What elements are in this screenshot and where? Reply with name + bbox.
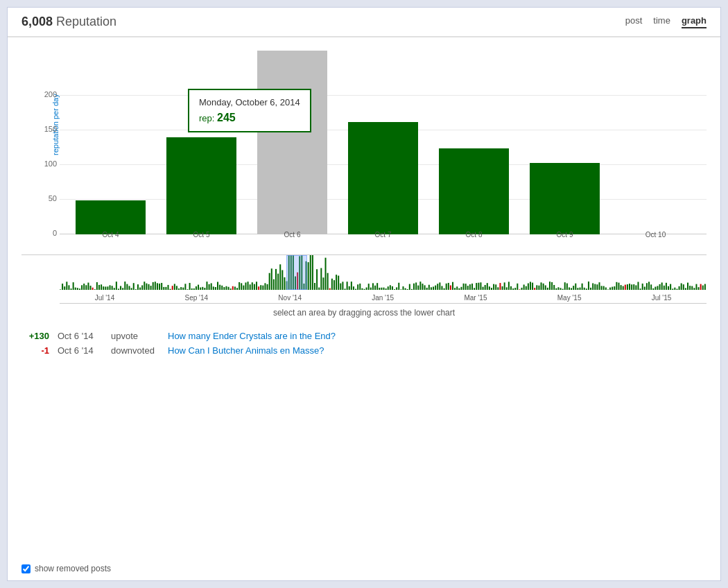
- bar-group[interactable]: [430, 47, 518, 234]
- mini-chart-inner: Jul '14Sep '14Nov '14Jan '15Mar '15May '…: [60, 255, 707, 303]
- nav-post[interactable]: post: [625, 15, 643, 28]
- bars-area: [60, 47, 707, 234]
- chart-wrapper: reputation per day 0 50 100: [60, 47, 707, 255]
- x-label: Oct 8: [430, 231, 518, 252]
- bar[interactable]: [166, 137, 237, 234]
- header-nav: post time graph: [625, 15, 707, 28]
- bar[interactable]: [348, 122, 419, 234]
- bar-group[interactable]: [612, 47, 700, 234]
- mini-x-label: Sep '14: [184, 294, 208, 302]
- reputation-label: Reputation: [56, 15, 116, 28]
- bar[interactable]: [257, 51, 328, 234]
- mini-x-label: May '15: [557, 294, 582, 302]
- mini-x-label: Mar '15: [464, 294, 487, 302]
- rep-date: Oct 6 '14: [58, 345, 103, 356]
- show-removed-posts-checkbox[interactable]: [21, 564, 31, 573]
- mini-selection: [286, 255, 307, 290]
- drag-hint: select an area by dragging across the lo…: [8, 304, 720, 322]
- bar-group[interactable]: [248, 47, 336, 234]
- mini-x-labels: Jul '14Sep '14Nov '14Jan '15Mar '15May '…: [60, 294, 707, 302]
- rep-type: downvoted: [111, 345, 159, 356]
- x-label: Oct 6: [248, 231, 336, 252]
- page-title: 6,008 Reputation: [21, 15, 116, 29]
- mini-x-label: Jan '15: [372, 294, 394, 302]
- x-label: Oct 4: [67, 231, 155, 252]
- x-label: Oct 5: [157, 231, 245, 252]
- rep-link[interactable]: How many Ender Crystals are in the End?: [168, 331, 336, 341]
- reputation-list: +130Oct 6 '14upvoteHow many Ender Crysta…: [8, 322, 720, 365]
- rep-date: Oct 6 '14: [58, 331, 103, 341]
- page-container: 6,008 Reputation post time graph Monday,…: [7, 7, 721, 581]
- reputation-row: +130Oct 6 '14upvoteHow many Ender Crysta…: [21, 329, 707, 343]
- rep-change: -1: [21, 345, 49, 356]
- mini-x-label: Jul '14: [95, 294, 115, 302]
- tooltip-date: Monday, October 6, 2014: [199, 97, 300, 107]
- bar[interactable]: [439, 148, 510, 234]
- bar-group[interactable]: [521, 47, 609, 234]
- bar-group[interactable]: [157, 47, 245, 234]
- rep-type: upvote: [111, 331, 159, 341]
- x-label: Oct 9: [521, 231, 609, 252]
- chart-area: Monday, October 6, 2014 rep: 245 reputat…: [8, 40, 720, 255]
- nav-time[interactable]: time: [653, 15, 670, 28]
- reputation-count: 6,008: [21, 15, 53, 28]
- header-divider: [8, 37, 720, 37]
- bar-group[interactable]: [339, 47, 427, 234]
- footer: show removed posts: [21, 564, 111, 573]
- tooltip-rep: rep: 245: [199, 112, 300, 124]
- main-chart: Monday, October 6, 2014 rep: 245 reputat…: [21, 47, 707, 255]
- rep-link[interactable]: How Can I Butcher Animals en Masse?: [168, 345, 324, 356]
- bar[interactable]: [530, 163, 600, 234]
- nav-graph[interactable]: graph: [682, 15, 707, 28]
- mini-x-label: Jul '15: [652, 294, 672, 302]
- x-labels: Oct 4Oct 5Oct 6Oct 7Oct 8Oct 9Oct 10: [60, 231, 707, 252]
- tooltip: Monday, October 6, 2014 rep: 245: [188, 89, 311, 132]
- mini-chart[interactable]: Jul '14Sep '14Nov '14Jan '15Mar '15May '…: [60, 255, 707, 304]
- tooltip-rep-label: rep:: [199, 113, 214, 123]
- mini-x-label: Nov '14: [278, 294, 302, 302]
- reputation-row: -1Oct 6 '14downvotedHow Can I Butcher An…: [21, 343, 707, 358]
- x-label: Oct 10: [612, 231, 700, 252]
- mini-canvas: [60, 255, 707, 290]
- bar-group[interactable]: [67, 47, 155, 234]
- header: 6,008 Reputation post time graph: [8, 8, 720, 37]
- x-label: Oct 7: [339, 231, 427, 252]
- bar[interactable]: [76, 200, 146, 234]
- tooltip-rep-value: 245: [217, 112, 236, 123]
- rep-change: +130: [21, 331, 49, 341]
- show-removed-posts-label: show removed posts: [35, 564, 111, 573]
